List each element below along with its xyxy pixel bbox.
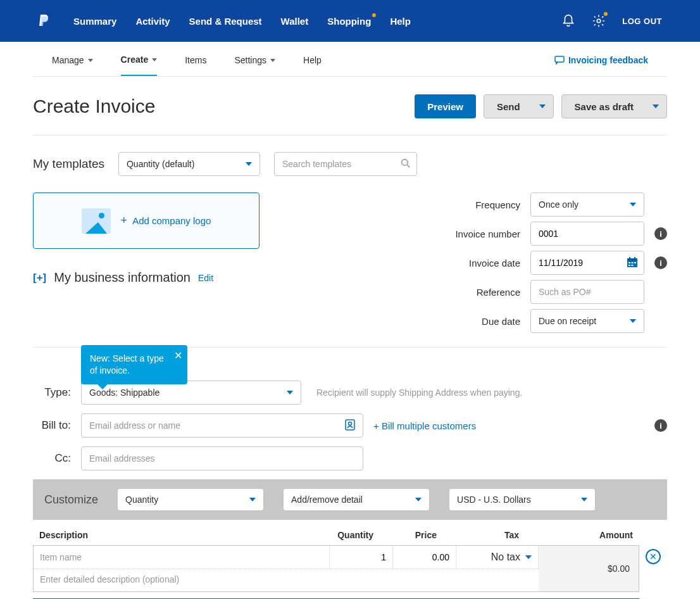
send-button[interactable]: Send <box>484 94 554 118</box>
frequency-select[interactable]: Once only <box>530 192 644 217</box>
item-description-input[interactable] <box>34 569 539 591</box>
quantity-mode-select[interactable]: Quantity <box>117 488 264 511</box>
expand-toggle[interactable]: [+] <box>33 272 46 284</box>
search-icon <box>401 158 411 168</box>
nav-wallet[interactable]: Wallet <box>281 16 309 27</box>
chevron-down-icon <box>653 104 659 108</box>
image-placeholder-icon <box>82 208 111 234</box>
nav-summary[interactable]: Summary <box>73 16 116 27</box>
chevron-down-icon <box>152 58 157 61</box>
invoice-number-label: Invoice number <box>439 229 520 239</box>
calendar-icon[interactable] <box>627 256 638 268</box>
close-icon[interactable]: ✕ <box>174 349 182 363</box>
header-amount: Amount <box>519 530 633 540</box>
cc-input[interactable] <box>81 446 363 470</box>
chevron-down-icon <box>270 59 275 62</box>
chat-icon <box>554 56 565 65</box>
frequency-label: Frequency <box>439 199 520 210</box>
logout-button[interactable]: LOG OUT <box>622 16 662 26</box>
type-label: Type: <box>33 386 71 399</box>
template-select[interactable]: Quantity (default) <box>118 152 260 176</box>
add-logo-button[interactable]: +Add company logo <box>33 192 259 249</box>
invoice-date-label: Invoice date <box>439 258 520 268</box>
item-name-input[interactable] <box>34 546 329 569</box>
gear-icon[interactable] <box>592 14 606 28</box>
svg-rect-5 <box>627 258 637 261</box>
plus-icon: + <box>121 214 128 227</box>
cc-label: Cc: <box>33 452 71 465</box>
page-title: Create Invoice <box>33 96 155 117</box>
line-item-row: No tax $0.00 <box>33 545 639 592</box>
due-date-label: Due date <box>439 316 520 327</box>
header-price: Price <box>373 530 437 540</box>
sub-tabs: Manage Create Items Settings Help Invoic… <box>33 42 667 77</box>
svg-point-0 <box>597 19 601 23</box>
edit-business-link[interactable]: Edit <box>198 273 213 283</box>
info-icon[interactable]: i <box>654 227 667 240</box>
notification-dot-icon <box>372 13 376 17</box>
bill-to-input[interactable] <box>81 413 363 438</box>
line-items-header: Description Quantity Price Tax Amount <box>33 520 667 545</box>
customize-bar: Customize Quantity Add/remove detail USD… <box>33 479 667 520</box>
notification-dot-icon <box>604 12 608 16</box>
save-draft-button[interactable]: Save as draft <box>561 94 667 118</box>
reference-label: Reference <box>439 287 520 298</box>
chevron-down-icon <box>539 104 546 108</box>
due-date-select[interactable]: Due on receipt <box>530 309 644 333</box>
svg-rect-10 <box>634 262 636 263</box>
template-search-input[interactable] <box>274 152 417 176</box>
header-description: Description <box>39 530 310 540</box>
svg-rect-6 <box>629 257 630 260</box>
invoice-number-input[interactable] <box>530 222 644 246</box>
reference-input[interactable] <box>530 280 644 304</box>
preview-button[interactable]: Preview <box>415 94 476 118</box>
chevron-down-icon <box>630 319 636 323</box>
invoicing-feedback-link[interactable]: Invoicing feedback <box>554 54 648 76</box>
tab-settings[interactable]: Settings <box>234 54 275 76</box>
type-hint: Recipient will supply Shipping Address w… <box>316 388 522 398</box>
paypal-logo-icon[interactable] <box>38 13 51 28</box>
bell-icon[interactable] <box>561 14 575 28</box>
top-nav: Summary Activity Send & Request Wallet S… <box>0 0 700 42</box>
svg-point-14 <box>349 422 352 426</box>
chevron-down-icon <box>287 391 293 394</box>
nav-send-request[interactable]: Send & Request <box>189 16 262 27</box>
templates-label: My templates <box>33 157 104 171</box>
item-price-input[interactable] <box>393 546 456 569</box>
bill-to-label: Bill to: <box>33 419 71 432</box>
svg-rect-8 <box>628 262 630 263</box>
chevron-down-icon <box>415 498 422 501</box>
nav-activity[interactable]: Activity <box>135 16 170 27</box>
svg-line-3 <box>407 165 409 167</box>
nav-help[interactable]: Help <box>390 16 411 27</box>
tab-manage[interactable]: Manage <box>52 54 93 76</box>
type-tooltip: New: Select a type of invoice.✕ <box>81 345 187 384</box>
chevron-down-icon <box>249 498 256 501</box>
tab-help[interactable]: Help <box>303 54 322 76</box>
header-tax: Tax <box>437 530 519 540</box>
svg-rect-1 <box>555 56 564 62</box>
chevron-down-icon <box>630 203 636 206</box>
bill-multiple-link[interactable]: + Bill multiple customers <box>373 420 476 431</box>
chevron-down-icon <box>246 162 252 166</box>
tab-create[interactable]: Create <box>121 54 158 76</box>
nav-shopping[interactable]: Shopping <box>327 16 371 27</box>
svg-rect-12 <box>632 265 634 266</box>
tab-items[interactable]: Items <box>185 54 206 76</box>
svg-rect-7 <box>634 257 635 260</box>
chevron-down-icon <box>581 498 587 501</box>
contact-icon[interactable] <box>344 419 357 431</box>
remove-line-item-button[interactable]: ✕ <box>646 549 661 564</box>
customize-label: Customize <box>44 493 98 507</box>
detail-select[interactable]: Add/remove detail <box>283 488 430 511</box>
item-tax-select[interactable]: No tax <box>456 546 539 569</box>
svg-point-2 <box>402 160 408 166</box>
item-qty-input[interactable] <box>330 546 392 569</box>
info-icon[interactable]: i <box>654 256 667 269</box>
svg-rect-11 <box>628 265 630 266</box>
header-quantity: Quantity <box>310 530 373 540</box>
svg-rect-9 <box>632 262 634 263</box>
currency-select[interactable]: USD - U.S. Dollars <box>449 488 596 511</box>
info-icon[interactable]: i <box>654 419 667 432</box>
item-amount: $0.00 <box>539 546 639 591</box>
